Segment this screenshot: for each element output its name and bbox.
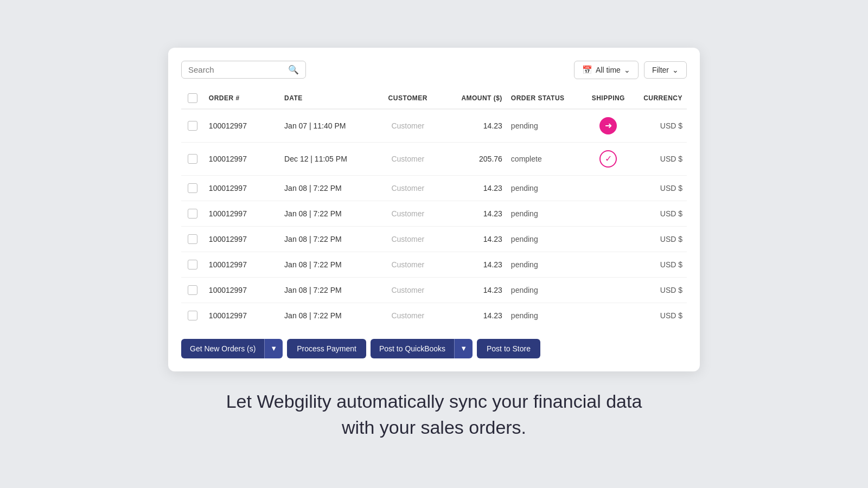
shipping-arrow-icon: ➜ [599,117,617,134]
post-to-store-button[interactable]: Post to Store [477,339,540,358]
tagline: Let Webgility automatically sync your fi… [226,389,642,440]
row-checkbox-3[interactable] [188,209,197,219]
cell-currency: USD $ [635,142,687,175]
table-row: 100012997Jan 08 | 7:22 PMCustomer14.23pe… [181,303,687,328]
col-date: DATE [280,88,373,109]
row-checkbox-5[interactable] [188,260,197,269]
cell-currency: USD $ [635,201,687,226]
row-checkbox-7[interactable] [188,311,197,320]
cell-amount: 14.23 [443,277,507,303]
table-row: 100012997Jan 08 | 7:22 PMCustomer14.23pe… [181,201,687,226]
cell-shipping [582,277,634,303]
cell-date: Jan 08 | 7:22 PM [280,303,373,328]
cell-date: Jan 08 | 7:22 PM [280,252,373,277]
col-currency: CURRENCY [635,88,687,109]
all-time-chevron-icon: ⌄ [624,66,630,74]
search-icon: 🔍 [288,65,299,75]
cell-order-id: 100012997 [205,252,280,277]
search-input[interactable] [188,65,285,74]
col-checkbox [181,88,205,109]
tagline-line2: with your sales orders. [226,415,642,441]
col-amount: AMOUNT ($) [443,88,507,109]
process-payment-button[interactable]: Process Payment [287,339,366,358]
toolbar: 🔍 📅 All time ⌄ Filter ⌄ [181,61,687,79]
cell-customer: Customer [373,109,443,143]
cell-status: pending [507,175,582,201]
action-bar: Get New Orders (s) ▼ Process Payment Pos… [181,339,687,358]
post-to-quickbooks-button[interactable]: Post to QuickBooks [371,339,454,358]
all-time-button[interactable]: 📅 All time ⌄ [574,61,639,79]
cell-status: pending [507,201,582,226]
get-new-orders-button[interactable]: Get New Orders (s) [181,339,264,358]
dropdown-chevron-icon: ▼ [270,344,277,352]
orders-table: ORDER # DATE CUSTOMER AMOUNT ($) ORDER S… [181,88,687,328]
toolbar-right: 📅 All time ⌄ Filter ⌄ [574,61,687,79]
col-order: ORDER # [205,88,280,109]
cell-order-id: 100012997 [205,142,280,175]
dropdown-chevron-icon-qb: ▼ [460,344,467,352]
cell-shipping [582,226,634,252]
cell-shipping [582,252,634,277]
get-new-orders-split: Get New Orders (s) ▼ [181,339,283,358]
cell-customer: Customer [373,226,443,252]
get-new-orders-dropdown[interactable]: ▼ [264,339,283,358]
search-box[interactable]: 🔍 [181,61,306,79]
table-header-row: ORDER # DATE CUSTOMER AMOUNT ($) ORDER S… [181,88,687,109]
orders-card: 🔍 📅 All time ⌄ Filter ⌄ ORDER # [168,48,700,371]
cell-date: Jan 08 | 7:22 PM [280,277,373,303]
row-checkbox-4[interactable] [188,234,197,244]
table-row: 100012997Jan 07 | 11:40 PMCustomer14.23p… [181,109,687,143]
shipping-check-icon: ✓ [599,150,617,168]
cell-status: pending [507,109,582,143]
cell-amount: 205.76 [443,142,507,175]
cell-customer: Customer [373,142,443,175]
cell-amount: 14.23 [443,303,507,328]
post-to-quickbooks-dropdown[interactable]: ▼ [454,339,473,358]
cell-status: pending [507,252,582,277]
cell-date: Jan 08 | 7:22 PM [280,175,373,201]
cell-order-id: 100012997 [205,303,280,328]
cell-amount: 14.23 [443,109,507,143]
col-shipping: SHIPPING [582,88,634,109]
cell-currency: USD $ [635,175,687,201]
cell-shipping [582,303,634,328]
select-all-checkbox[interactable] [188,93,197,103]
filter-label: Filter [652,66,669,74]
cell-customer: Customer [373,277,443,303]
row-checkbox-0[interactable] [188,121,197,131]
cell-date: Jan 08 | 7:22 PM [280,201,373,226]
cell-status: pending [507,277,582,303]
cell-currency: USD $ [635,226,687,252]
cell-order-id: 100012997 [205,201,280,226]
cell-customer: Customer [373,252,443,277]
row-checkbox-6[interactable] [188,285,197,295]
cell-status: pending [507,303,582,328]
cell-currency: USD $ [635,277,687,303]
table-row: 100012997Jan 08 | 7:22 PMCustomer14.23pe… [181,252,687,277]
cell-customer: Customer [373,303,443,328]
cell-amount: 14.23 [443,252,507,277]
cell-amount: 14.23 [443,226,507,252]
calendar-icon: 📅 [582,65,592,75]
cell-amount: 14.23 [443,201,507,226]
table-row: 100012997Jan 08 | 7:22 PMCustomer14.23pe… [181,175,687,201]
cell-customer: Customer [373,175,443,201]
col-status: ORDER STATUS [507,88,582,109]
cell-date: Dec 12 | 11:05 PM [280,142,373,175]
table-row: 100012997Dec 12 | 11:05 PMCustomer205.76… [181,142,687,175]
row-checkbox-1[interactable] [188,154,197,164]
cell-amount: 14.23 [443,175,507,201]
cell-currency: USD $ [635,303,687,328]
tagline-line1: Let Webgility automatically sync your fi… [226,389,642,415]
cell-date: Jan 07 | 11:40 PM [280,109,373,143]
cell-shipping [582,175,634,201]
filter-chevron-icon: ⌄ [672,66,679,74]
cell-order-id: 100012997 [205,277,280,303]
post-to-quickbooks-split: Post to QuickBooks ▼ [371,339,473,358]
filter-button[interactable]: Filter ⌄ [644,61,687,79]
cell-customer: Customer [373,201,443,226]
cell-order-id: 100012997 [205,175,280,201]
row-checkbox-2[interactable] [188,183,197,193]
cell-date: Jan 08 | 7:22 PM [280,226,373,252]
cell-currency: USD $ [635,252,687,277]
